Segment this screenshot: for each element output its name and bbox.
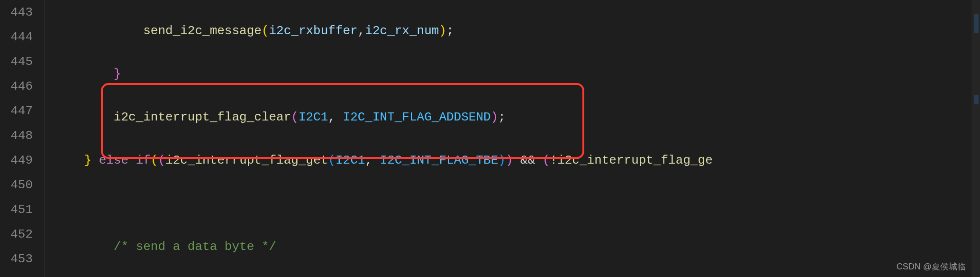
code-line[interactable]: i2c_interrupt_flag_clear(I2C1, I2C_INT_F… bbox=[54, 105, 980, 129]
code-line[interactable]: } else if((i2c_interrupt_flag_get(I2C1, … bbox=[54, 148, 980, 173]
minimap-mark bbox=[974, 95, 979, 104]
line-number: 452 bbox=[0, 222, 33, 247]
code-line[interactable]: send_i2c_message(i2c_rxbuffer,i2c_rx_num… bbox=[54, 18, 980, 43]
code-editor[interactable]: 443 444 445 446 447 448 449 450 451 452 … bbox=[0, 0, 980, 277]
variable: i2c_rx_num bbox=[365, 24, 439, 38]
line-number: 443 bbox=[0, 0, 33, 25]
line-number: 449 bbox=[0, 148, 33, 173]
line-number: 450 bbox=[0, 173, 33, 197]
variable: i2c_rxbuffer bbox=[269, 24, 357, 38]
constant: I2C1 bbox=[299, 110, 328, 124]
code-line[interactable] bbox=[54, 191, 980, 216]
constant: I2C_INT_FLAG_TBE bbox=[380, 153, 499, 167]
minimap-mark bbox=[974, 14, 979, 33]
function-call: send_i2c_message bbox=[143, 24, 262, 38]
code-area[interactable]: send_i2c_message(i2c_rxbuffer,i2c_rx_num… bbox=[45, 0, 980, 277]
keyword: else bbox=[99, 153, 128, 167]
keyword: if bbox=[136, 153, 151, 167]
line-number: 445 bbox=[0, 49, 33, 74]
watermark: CSDN @夏侯城临 bbox=[897, 260, 966, 273]
minimap-scrollbar[interactable] bbox=[971, 0, 980, 277]
function-call: i2c_interrupt_flag_clear bbox=[114, 110, 291, 124]
code-line[interactable]: /* send a data byte */ bbox=[54, 234, 980, 259]
comment: /* send a data byte */ bbox=[114, 240, 276, 254]
line-number: 447 bbox=[0, 99, 33, 123]
constant: I2C_INT_FLAG_ADDSEND bbox=[343, 110, 491, 124]
function-call: i2c_interrupt_flag_ge bbox=[557, 153, 713, 167]
line-number-gutter: 443 444 445 446 447 448 449 450 451 452 … bbox=[0, 0, 45, 277]
line-number: 446 bbox=[0, 74, 33, 99]
line-number: 451 bbox=[0, 197, 33, 222]
line-number: 448 bbox=[0, 123, 33, 148]
code-line[interactable]: } bbox=[54, 62, 980, 86]
line-number: 444 bbox=[0, 25, 33, 49]
function-call: i2c_interrupt_flag_get bbox=[165, 153, 328, 167]
line-number: 453 bbox=[0, 247, 33, 271]
constant: I2C1 bbox=[336, 153, 365, 167]
